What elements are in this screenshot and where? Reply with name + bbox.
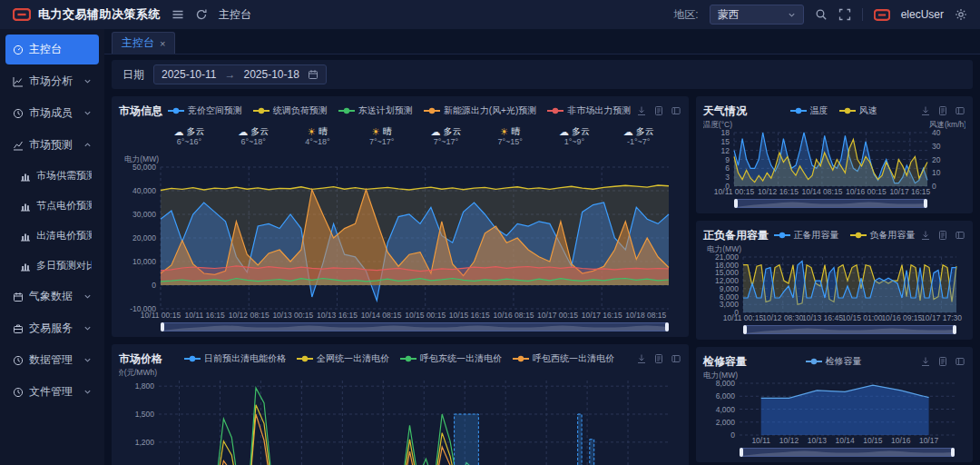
date-filter-bar: 日期 2025-10-11 → 2025-10-18 xyxy=(112,60,973,89)
legend-item[interactable]: 非市场出力预测 xyxy=(547,104,631,117)
sidebar-subitem-多日预测对比[interactable]: 多日预测对比 xyxy=(5,252,99,280)
fullscreen-icon[interactable] xyxy=(838,8,851,21)
download-icon[interactable] xyxy=(920,356,931,367)
sidebar-subitem-出清电价预测[interactable]: 出清电价预测 xyxy=(5,222,99,250)
sidebar-item-市场预测[interactable]: 市场预测 xyxy=(5,130,99,160)
market-info-chart[interactable]: -10,000010,00020,00030,00040,00050,00010… xyxy=(119,153,681,320)
legend-item[interactable]: 温度 xyxy=(790,104,828,117)
tab-dashboard[interactable]: 主控台 × xyxy=(112,32,175,54)
refresh-icon[interactable] xyxy=(195,8,208,21)
panel-actions xyxy=(636,105,681,116)
date-start[interactable]: 2025-10-11 xyxy=(162,68,217,81)
legend-marker-icon xyxy=(253,107,270,114)
gear-icon[interactable] xyxy=(955,8,967,21)
sidebar-item-市场成员[interactable]: 市场成员 xyxy=(5,98,99,128)
sidebar-item-气象数据[interactable]: 气象数据 xyxy=(5,282,99,312)
svg-text:6: 6 xyxy=(725,163,730,173)
chevron-down-icon xyxy=(83,356,92,364)
legend-marker-icon xyxy=(547,107,564,114)
app-logo-icon xyxy=(13,8,31,21)
sidebar-item-交易服务[interactable]: 交易服务 xyxy=(5,313,99,343)
datazoom-slider[interactable] xyxy=(740,448,955,457)
menu-collapse-icon[interactable] xyxy=(172,8,184,21)
data-view-icon[interactable] xyxy=(653,105,664,116)
legend-item[interactable]: 正备用容量 xyxy=(774,229,839,242)
panel-actions xyxy=(636,353,681,364)
sidebar-item-文件管理[interactable]: 文件管理 xyxy=(5,377,99,407)
search-icon[interactable] xyxy=(815,8,828,21)
weather-temp: 7°~17° xyxy=(434,138,458,147)
chevron-up-icon xyxy=(83,141,92,149)
svg-text:0: 0 xyxy=(152,281,156,290)
market-price-chart[interactable]: 9001,2001,5001,800电价(元/MWh) xyxy=(119,368,681,465)
briefcase-icon xyxy=(13,323,24,334)
legend-item[interactable]: 风速 xyxy=(839,104,877,117)
svg-text:20: 20 xyxy=(932,155,941,164)
svg-text:20,000: 20,000 xyxy=(132,233,156,242)
legend-item[interactable]: 检修容量 xyxy=(806,355,862,368)
toggle-view-icon[interactable] xyxy=(955,105,965,116)
datazoom-slider[interactable] xyxy=(161,322,669,331)
weather-chart[interactable]: 036912151801020304010/11 00:1510/12 16:1… xyxy=(703,120,965,196)
download-icon[interactable] xyxy=(636,353,647,364)
download-icon[interactable] xyxy=(920,230,931,241)
sidebar-item-主控台[interactable]: 主控台 xyxy=(5,35,99,64)
download-icon[interactable] xyxy=(636,105,647,116)
legend-item[interactable]: 呼包西统一出清电价 xyxy=(513,352,614,365)
sun-icon: ☀ xyxy=(307,126,316,137)
maintenance-chart[interactable]: 02,0004,0006,0008,00010/1110/1210/1310/1… xyxy=(703,371,965,445)
sidebar-item-label: 交易服务 xyxy=(29,321,78,336)
sidebar-subitem-节点电价预测[interactable]: 节点电价预测 xyxy=(5,192,99,220)
region-select[interactable]: 蒙西 xyxy=(710,5,804,25)
sidebar-item-数据管理[interactable]: 数据管理 xyxy=(5,345,99,375)
toggle-view-icon[interactable] xyxy=(955,230,965,241)
legend-marker-icon xyxy=(850,232,867,239)
svg-text:10/15: 10/15 xyxy=(863,436,883,445)
legend-label: 全网统一出清电价 xyxy=(317,352,389,365)
date-end[interactable]: 2025-10-18 xyxy=(244,68,299,81)
legend-marker-icon xyxy=(790,107,807,114)
legend-label: 正备用容量 xyxy=(794,229,839,242)
date-range-picker[interactable]: 2025-10-11 → 2025-10-18 xyxy=(153,64,327,84)
datazoom-slider[interactable] xyxy=(743,325,956,334)
data-view-icon[interactable] xyxy=(937,356,948,367)
sidebar-item-市场分析[interactable]: 市场分析 xyxy=(5,66,99,96)
legend-reserve: 正备用容量负备用容量 xyxy=(769,229,920,242)
toggle-view-icon[interactable] xyxy=(671,105,681,116)
legend-marker-icon xyxy=(774,232,790,239)
sidebar-item-label: 节点电价预测 xyxy=(36,199,92,213)
data-view-icon[interactable] xyxy=(937,230,948,241)
weather-temp: -1°~7° xyxy=(627,138,650,147)
sidebar-item-label: 市场供需预测 xyxy=(36,169,92,183)
legend-item[interactable]: 新能源出力(风+光)预测 xyxy=(424,104,537,117)
svg-text:风速(km/h): 风速(km/h) xyxy=(929,120,965,129)
svg-text:10/12: 10/12 xyxy=(779,436,799,445)
legend-item[interactable]: 全网统一出清电价 xyxy=(297,352,389,365)
weather-temp: 6°~18° xyxy=(240,138,265,147)
download-icon[interactable] xyxy=(920,105,931,116)
data-view-icon[interactable] xyxy=(653,353,664,364)
legend-item[interactable]: 统调负荷预测 xyxy=(253,104,328,117)
legend-item[interactable]: 东送计划预测 xyxy=(338,104,413,117)
weather-temp: 7°~15° xyxy=(497,138,522,147)
legend-item[interactable]: 竞价空间预测 xyxy=(168,104,242,117)
toggle-view-icon[interactable] xyxy=(671,353,681,364)
toggle-view-icon[interactable] xyxy=(955,356,965,367)
reserve-chart[interactable]: 03,0006,0009,00012,00015,00018,00021,000… xyxy=(703,244,965,322)
panel-actions xyxy=(920,230,965,241)
legend-item[interactable]: 呼包东统一出清电价 xyxy=(400,352,502,365)
datazoom-slider[interactable] xyxy=(734,199,927,208)
svg-text:50,000: 50,000 xyxy=(132,163,156,172)
data-view-icon[interactable] xyxy=(937,105,948,116)
tab-close-icon[interactable]: × xyxy=(160,38,165,49)
username[interactable]: elecUser xyxy=(901,8,944,21)
legend-item[interactable]: 负备用容量 xyxy=(850,229,916,242)
svg-text:10/12 16:15: 10/12 16:15 xyxy=(758,187,799,196)
svg-text:3,000: 3,000 xyxy=(720,300,740,309)
sidebar-subitem-市场供需预测[interactable]: 市场供需预测 xyxy=(5,162,99,190)
svg-text:10/14: 10/14 xyxy=(835,436,855,445)
svg-text:10/13: 10/13 xyxy=(808,436,828,445)
legend-item[interactable]: 日前预出清电能价格 xyxy=(184,352,286,365)
svg-text:10/11 00:15: 10/11 00:15 xyxy=(141,311,181,320)
region-label: 地区: xyxy=(673,7,698,23)
